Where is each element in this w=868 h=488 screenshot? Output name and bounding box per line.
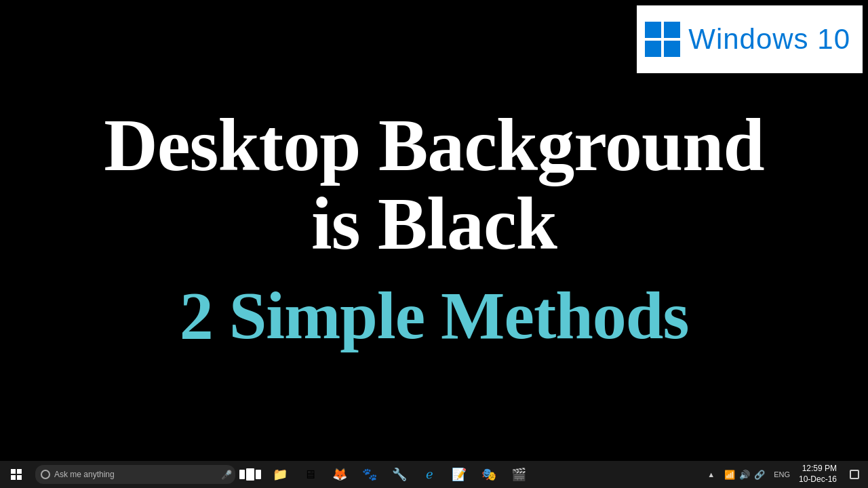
ie-icon: ℯ (422, 467, 437, 482)
app6-icon: 🔧 (392, 467, 407, 482)
tray-icons: 📶 🔊 🔗 (720, 470, 769, 480)
app9-icon: 🎬 (511, 467, 526, 482)
taskbar-app-notes[interactable]: 📝 (444, 461, 474, 488)
pc-icon: 🖥 (302, 467, 317, 482)
app5-icon: 🐾 (362, 467, 377, 482)
start-icon (11, 469, 22, 480)
clock-date: 10-Dec-16 (799, 474, 837, 485)
taskbar-app-8[interactable]: 🎭 (474, 461, 504, 488)
search-bar[interactable]: Ask me anything 🎤 (35, 465, 235, 484)
wifi-icon: 📶 (724, 470, 735, 480)
clock-time: 12:59 PM (802, 464, 837, 474)
taskbar-apps: 📁 🖥 🦊 🐾 🔧 ℯ 📝 🎭 🎬 (265, 461, 534, 488)
search-icon (41, 470, 50, 479)
file-explorer-icon: 📁 (273, 467, 288, 482)
taskbar-app-file-explorer[interactable]: 📁 (265, 461, 295, 488)
notification-icon (850, 470, 859, 479)
subtitle-text: 2 Simple Methods (180, 277, 689, 354)
task-view-icon (239, 468, 261, 481)
taskbar-app-6[interactable]: 🔧 (384, 461, 414, 488)
start-button[interactable] (0, 461, 33, 488)
system-tray: ▲ 📶 🔊 🔗 ENG 12:59 PM 10-Dec-16 (705, 461, 868, 488)
taskbar-app-ie[interactable]: ℯ (414, 461, 444, 488)
search-input[interactable]: Ask me anything (54, 470, 219, 479)
taskbar-app-5[interactable]: 🐾 (355, 461, 384, 488)
desktop: Windows 10 Desktop Background is Black 2… (0, 0, 868, 461)
clock[interactable]: 12:59 PM 10-Dec-16 (795, 464, 841, 485)
language-indicator[interactable]: ENG (772, 470, 792, 479)
taskbar-app-pc[interactable]: 🖥 (295, 461, 325, 488)
taskbar-app-9[interactable]: 🎬 (504, 461, 534, 488)
notification-center-button[interactable] (844, 461, 865, 488)
network-icon: 🔗 (754, 470, 765, 480)
windows10-badge: Windows 10 (637, 5, 863, 73)
taskbar-app-firefox[interactable]: 🦊 (325, 461, 355, 488)
taskbar: Ask me anything 🎤 📁 🖥 🦊 🐾 🔧 ℯ (0, 461, 868, 488)
main-title: Desktop Background is Black (104, 106, 764, 263)
tray-expand-button[interactable]: ▲ (705, 470, 717, 479)
task-view-button[interactable] (238, 461, 262, 488)
firefox-icon: 🦊 (332, 467, 347, 482)
win10-label: Windows 10 (688, 23, 850, 56)
app8-icon: 🎭 (481, 467, 496, 482)
volume-icon[interactable]: 🔊 (739, 470, 750, 480)
windows-logo-icon (645, 22, 680, 57)
notes-icon: 📝 (452, 467, 467, 482)
microphone-icon[interactable]: 🎤 (223, 470, 230, 479)
